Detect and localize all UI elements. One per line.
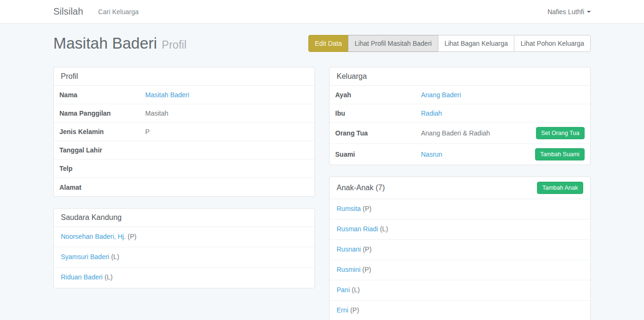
- table-row: Suami Nasrun Tambah Suami: [330, 144, 590, 165]
- nav-link-cari-keluarga[interactable]: Cari Keluarga: [98, 8, 139, 16]
- list-item: Rusmini(P): [330, 260, 590, 280]
- person-link[interactable]: Masitah Baderi: [145, 91, 189, 99]
- person-link[interactable]: Rusnani: [337, 245, 361, 253]
- page-title-block: Masitah BaderiProfil: [53, 34, 187, 52]
- row-value: Masitah: [145, 109, 309, 117]
- app-brand[interactable]: Silsilah: [53, 6, 83, 17]
- gender-label: (P): [363, 205, 372, 212]
- gender-label: (P): [363, 266, 372, 273]
- person-link[interactable]: Rusmini: [337, 266, 361, 273]
- row-label: Telp: [59, 165, 145, 172]
- profile-action-group: Edit Data Lihat Profil Masitah Baderi Li…: [308, 35, 591, 52]
- user-menu[interactable]: Nafies Luthfi: [547, 8, 591, 16]
- person-link[interactable]: Pani: [337, 286, 350, 294]
- lihat-bagan-button[interactable]: Lihat Bagan Keluarga: [438, 35, 515, 52]
- row-label: Nama Panggilan: [59, 109, 145, 117]
- row-label: Orang Tua: [335, 129, 421, 137]
- profil-card: Profil Nama Masitah Baderi Nama Panggila…: [53, 67, 315, 197]
- person-link[interactable]: Syamsuri Baderi: [61, 253, 109, 261]
- lihat-pohon-button[interactable]: Lihat Pohon Keluarga: [514, 35, 591, 52]
- table-row: Nama Masitah Baderi: [54, 86, 314, 104]
- person-link[interactable]: Noorsehan Baderi, Hj.: [61, 233, 126, 240]
- person-link[interactable]: Riduan Baderi: [61, 273, 103, 281]
- list-item: Riduan Baderi(L): [54, 268, 314, 288]
- user-name: Nafies Luthfi: [547, 8, 584, 16]
- lihat-profil-button[interactable]: Lihat Profil Masitah Baderi: [348, 35, 438, 52]
- row-label: Nama: [59, 91, 145, 99]
- person-link[interactable]: Anang Baderi: [421, 91, 461, 99]
- tambah-suami-button[interactable]: Tambah Suami: [535, 148, 585, 160]
- table-row: Jenis Kelamin P: [54, 123, 314, 141]
- gender-label: (L): [352, 286, 360, 294]
- saudara-card-title: Saudara Kandung: [61, 213, 122, 222]
- keluarga-card-title: Keluarga: [337, 72, 367, 81]
- list-item: Syamsuri Baderi(L): [54, 247, 314, 268]
- list-item: Noorsehan Baderi, Hj.(P): [54, 227, 314, 247]
- gender-label: (P): [350, 306, 359, 314]
- row-value: P: [145, 128, 309, 135]
- row-label: Suami: [335, 151, 421, 158]
- page-title: Masitah Baderi: [53, 34, 157, 52]
- table-row: Tanggal Lahir: [54, 141, 314, 160]
- person-link[interactable]: Rumsita: [337, 205, 361, 212]
- gender-label: (L): [105, 273, 113, 281]
- profil-card-title: Profil: [61, 72, 78, 81]
- tambah-anak-button[interactable]: Tambah Anak: [537, 182, 583, 194]
- list-item: Erni(P): [330, 301, 590, 320]
- gender-label: (P): [128, 233, 137, 240]
- chevron-down-icon: [587, 11, 591, 13]
- table-row: Ibu Radiah: [330, 104, 590, 123]
- row-label: Alamat: [59, 184, 145, 191]
- table-row: Telp: [54, 160, 314, 178]
- set-orang-tua-button[interactable]: Set Orang Tua: [536, 127, 585, 139]
- person-link[interactable]: Nasrun: [421, 151, 442, 158]
- list-item: Rumsita(P): [330, 199, 590, 219]
- anak-anak-card: Anak-Anak (7) Tambah Anak Rumsita(P) Rus…: [329, 177, 591, 320]
- person-link[interactable]: Radiah: [421, 109, 442, 117]
- edit-data-button[interactable]: Edit Data: [308, 35, 349, 52]
- anak-card-title: Anak-Anak (7): [337, 184, 385, 192]
- row-value: Anang Baderi & Radiah: [421, 129, 536, 137]
- table-row: Alamat: [54, 178, 314, 196]
- page-subtitle: Profil: [162, 39, 186, 51]
- list-item: Pani(L): [330, 280, 590, 301]
- person-link[interactable]: Rusman Riadi: [337, 225, 378, 233]
- person-link[interactable]: Erni: [337, 306, 348, 314]
- list-item: Rusnani(P): [330, 240, 590, 260]
- row-label: Jenis Kelamin: [59, 128, 145, 135]
- saudara-kandung-card: Saudara Kandung Noorsehan Baderi, Hj.(P)…: [53, 208, 315, 288]
- gender-label: (L): [380, 225, 388, 233]
- keluarga-card: Keluarga Ayah Anang Baderi Ibu Radiah Or…: [329, 67, 591, 165]
- gender-label: (L): [111, 253, 119, 261]
- row-label: Tanggal Lahir: [59, 146, 145, 154]
- list-item: Rusman Riadi(L): [330, 219, 590, 240]
- table-row: Orang Tua Anang Baderi & Radiah Set Oran…: [330, 123, 590, 144]
- top-navbar: Silsilah Cari Keluarga Nafies Luthfi: [0, 0, 644, 24]
- row-label: Ayah: [335, 91, 421, 99]
- row-label: Ibu: [335, 109, 421, 117]
- table-row: Ayah Anang Baderi: [330, 86, 590, 104]
- table-row: Nama Panggilan Masitah: [54, 104, 314, 123]
- gender-label: (P): [363, 245, 372, 253]
